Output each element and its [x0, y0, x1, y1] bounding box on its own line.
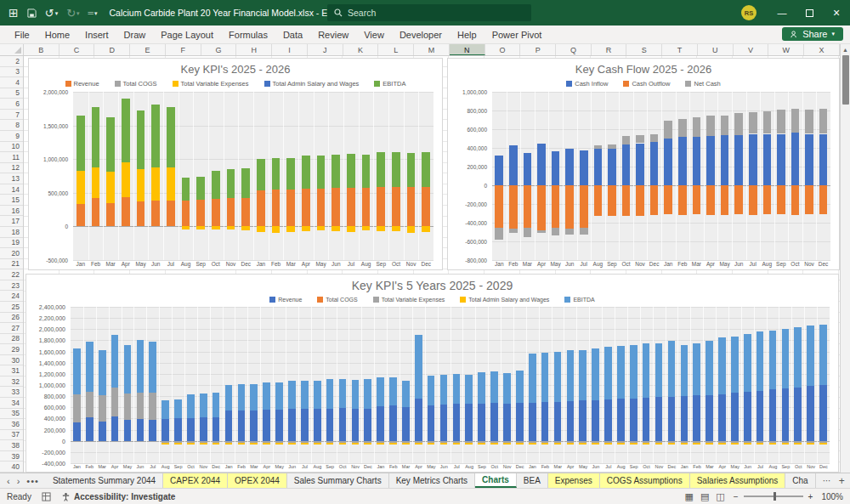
- row-header-10[interactable]: 10: [0, 142, 23, 153]
- row-header-31[interactable]: 31: [0, 365, 23, 377]
- macro-record-icon[interactable]: [42, 492, 51, 501]
- row-header-35[interactable]: 35: [0, 409, 23, 420]
- row-header-13[interactable]: 13: [0, 173, 23, 184]
- row-header-22[interactable]: 22: [0, 269, 23, 280]
- ribbon-tab-view[interactable]: View: [356, 27, 392, 42]
- ribbon-tab-help[interactable]: Help: [450, 27, 484, 42]
- row-header-4[interactable]: 4: [0, 77, 23, 88]
- save-icon[interactable]: [27, 8, 37, 18]
- row-header-30[interactable]: 30: [0, 355, 23, 366]
- new-sheet-icon[interactable]: +: [839, 475, 845, 487]
- sheet-tab-cogs-assumptions[interactable]: COGS Assumptions: [600, 473, 690, 488]
- row-header-28[interactable]: 28: [0, 334, 23, 345]
- minimize-button[interactable]: —: [768, 0, 796, 25]
- chart-key-kpis-2025-2026[interactable]: Key KPI's 2025 - 2026RevenueTotal COGSTo…: [28, 58, 443, 270]
- column-header-B[interactable]: B: [24, 44, 60, 55]
- column-header-W[interactable]: W: [768, 44, 804, 55]
- sheet-tab-opex-2044[interactable]: OPEX 2044: [228, 473, 287, 488]
- ribbon-tab-review[interactable]: Review: [310, 27, 356, 42]
- zoom-in-icon[interactable]: +: [808, 492, 813, 501]
- excel-app-icon[interactable]: ⊞: [8, 7, 19, 19]
- column-header-I[interactable]: I: [272, 44, 308, 55]
- scroll-up-icon[interactable]: ▲: [842, 44, 848, 55]
- column-header-X[interactable]: X: [804, 44, 840, 55]
- column-header-H[interactable]: H: [236, 44, 272, 55]
- row-header-25[interactable]: 25: [0, 302, 23, 313]
- restore-button[interactable]: [796, 0, 823, 25]
- page-layout-view-icon[interactable]: ▤: [700, 491, 709, 502]
- sheet-nav-left-icon[interactable]: ‹: [7, 476, 10, 486]
- column-header-S[interactable]: S: [626, 44, 662, 55]
- column-header-M[interactable]: M: [414, 44, 450, 55]
- column-header-G[interactable]: G: [201, 44, 237, 55]
- search-input[interactable]: [348, 8, 524, 18]
- sheet-tab-sales-summary-charts[interactable]: Sales Summary Charts: [287, 473, 389, 488]
- row-header-26[interactable]: 26: [0, 313, 23, 324]
- column-header-Q[interactable]: Q: [556, 44, 592, 55]
- sheet-nav-more-icon[interactable]: •••: [26, 476, 39, 486]
- ribbon-tab-power-pivot[interactable]: Power Pivot: [484, 27, 550, 42]
- row-header-14[interactable]: 14: [0, 184, 23, 195]
- row-header-27[interactable]: 27: [0, 323, 23, 334]
- column-header-R[interactable]: R: [592, 44, 627, 55]
- zoom-out-icon[interactable]: −: [734, 492, 739, 501]
- column-header-D[interactable]: D: [94, 44, 130, 55]
- row-header-15[interactable]: 15: [0, 195, 23, 206]
- avatar[interactable]: RS: [741, 5, 756, 20]
- accessibility-status[interactable]: Accessibility: Investigate: [61, 492, 176, 501]
- row-header-36[interactable]: 36: [0, 419, 23, 430]
- column-header-O[interactable]: O: [485, 44, 521, 55]
- row-header-16[interactable]: 16: [0, 206, 23, 217]
- row-header-18[interactable]: 18: [0, 227, 23, 238]
- row-header-17[interactable]: 17: [0, 216, 23, 227]
- column-header-P[interactable]: P: [520, 44, 556, 55]
- ribbon-tab-insert[interactable]: Insert: [77, 27, 116, 42]
- ribbon-tab-developer[interactable]: Developer: [392, 27, 450, 42]
- zoom-slider-thumb[interactable]: [774, 492, 776, 501]
- row-header-34[interactable]: 34: [0, 398, 23, 409]
- row-header-29[interactable]: 29: [0, 344, 23, 355]
- vertical-scrollbar[interactable]: ▲: [840, 44, 850, 473]
- close-button[interactable]: ×: [823, 0, 850, 25]
- row-header-39[interactable]: 39: [0, 451, 23, 462]
- sheet-tab-key-metrics-charts[interactable]: Key Metrics Charts: [389, 473, 475, 488]
- sheet-tab-charts[interactable]: Charts: [475, 473, 517, 488]
- row-header-3[interactable]: 3: [0, 67, 23, 78]
- zoom-level[interactable]: 100%: [821, 492, 843, 501]
- chart-key-cash-flow-2025-2026[interactable]: Key Cash Flow 2025 - 2026Cash InflowCash…: [447, 58, 840, 270]
- row-header-21[interactable]: 21: [0, 259, 23, 270]
- column-header-N[interactable]: N: [450, 44, 485, 55]
- row-header-23[interactable]: 23: [0, 280, 23, 292]
- column-header-K[interactable]: K: [343, 44, 379, 55]
- sheet-tab-bea[interactable]: BEA: [517, 473, 548, 488]
- sheet-tab-cha[interactable]: Cha: [785, 473, 815, 488]
- search-box[interactable]: [327, 4, 531, 21]
- row-header-33[interactable]: 33: [0, 387, 23, 398]
- select-all-corner[interactable]: [0, 44, 24, 55]
- column-header-U[interactable]: U: [698, 44, 734, 55]
- row-header-6[interactable]: 6: [0, 99, 23, 110]
- chart-key-kpis-5-years[interactable]: Key KPI's 5 Years 2025 - 2029RevenueTota…: [26, 274, 839, 473]
- row-header-8[interactable]: 8: [0, 120, 23, 131]
- column-header-C[interactable]: C: [60, 44, 95, 55]
- row-header-9[interactable]: 9: [0, 131, 23, 142]
- sheet-nav-right-icon[interactable]: ›: [17, 476, 20, 486]
- normal-view-icon[interactable]: ▦: [685, 491, 694, 502]
- row-header-5[interactable]: 5: [0, 88, 23, 99]
- row-header-24[interactable]: 24: [0, 291, 23, 302]
- column-header-F[interactable]: F: [166, 44, 201, 55]
- customize-qat-icon[interactable]: ═▾: [88, 9, 98, 17]
- sheet-tab-capex-2044[interactable]: CAPEX 2044: [163, 473, 228, 488]
- ribbon-tab-data[interactable]: Data: [275, 27, 310, 42]
- column-header-J[interactable]: J: [308, 44, 343, 55]
- vertical-scroll-thumb[interactable]: [842, 55, 849, 105]
- share-button[interactable]: Share ▾: [782, 27, 843, 41]
- ribbon-tab-page-layout[interactable]: Page Layout: [153, 27, 221, 42]
- row-header-20[interactable]: 20: [0, 248, 23, 259]
- column-header-V[interactable]: V: [734, 44, 769, 55]
- ribbon-tab-draw[interactable]: Draw: [116, 27, 154, 42]
- sheet-tab-statements-summary-2044[interactable]: Statements Summary 2044: [46, 473, 163, 488]
- sheet-tab-expenses[interactable]: Expenses: [548, 473, 600, 488]
- row-header-40[interactable]: 40: [0, 462, 23, 473]
- undo-icon[interactable]: ↺▾: [45, 8, 58, 19]
